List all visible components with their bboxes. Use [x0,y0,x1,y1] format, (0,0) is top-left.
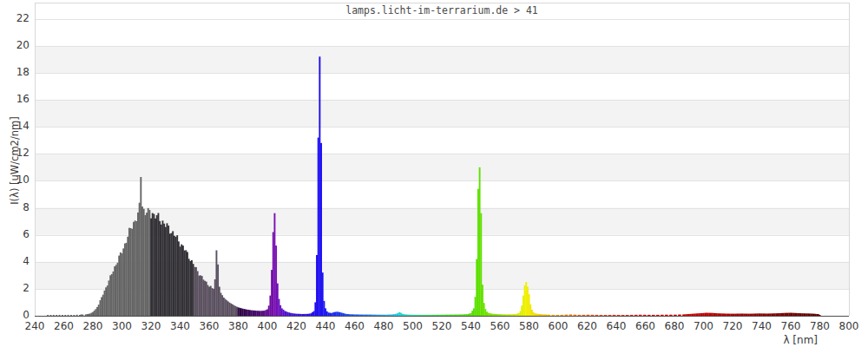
spectrum-bar [194,267,195,316]
spectrum-bar [448,315,450,316]
spectrum-bar [400,313,402,316]
spectrum-bar [482,285,483,316]
spectrum-bar [678,315,680,316]
spectrum-bar [193,264,194,316]
spectrum-bar [131,229,133,316]
spectrum-bar [777,313,779,316]
spectrum-bar [521,305,523,316]
spectrum-bar [608,315,610,316]
spectrum-bar [404,314,406,316]
spectrum-bar [540,314,542,316]
spectrum-bar [385,315,387,316]
spectrum-bar [469,313,470,316]
spectrum-bar [639,315,641,316]
spectrum-bar [226,300,227,316]
spectrum-bar [275,246,277,316]
spectrum-bar [636,315,638,316]
spectrum-bar [551,315,553,316]
spectrum-bar [283,310,285,316]
spectrum-bar [771,313,773,316]
spectrum-bar [255,311,257,316]
spectrum-bar [435,315,437,316]
spectrum-bar [114,266,115,316]
spectrum-bar [733,314,735,316]
spectrum-bar [229,303,231,316]
spectrum-bar [734,314,736,316]
spectrum-bar [533,312,535,316]
spectrum-bar [462,314,464,316]
spectrum-bar [815,314,817,316]
spectrum-bar [262,311,264,316]
spectrum-bar [514,314,516,316]
spectrum-bar [387,315,389,316]
spectrum-bar [473,308,475,316]
spectrum-bar [510,314,511,316]
spectrum-bar [753,314,754,316]
spectrum-bar [338,312,339,316]
spectrum-bar [153,214,155,316]
spectrum-bar [198,276,200,316]
spectrum-bar [294,314,296,316]
spectrum-bar [370,315,372,316]
spectrum-bar [542,314,543,316]
spectrum-bar [578,315,580,316]
spectrum-bar [643,315,645,316]
spectrum-bar [812,314,813,316]
spectrum-bar [645,315,647,316]
spectrum-bar [520,311,522,316]
spectrum-bar [318,138,319,316]
spectrum-bar [725,314,727,316]
spectrum-bar [496,314,498,316]
spectrum-bar [691,314,693,316]
spectrum-bar [140,177,141,316]
spectrum-bar [583,315,585,316]
spectrum-bar [464,314,466,316]
spectrum-bar [161,225,162,316]
spectrum-bar [50,315,52,316]
x-tick-label: 720 [723,320,743,332]
spectrum-bar [113,272,115,316]
spectrum-bar [258,311,260,316]
spectrum-bar [206,282,207,316]
spectrum-bar [700,313,701,316]
spectrum-bar [744,314,746,316]
spectrum-bar [570,314,572,316]
spectrum-bar [207,285,208,316]
spectrum-bar [720,313,722,316]
spectrum-bar [195,267,197,316]
spectrum-bar [439,315,441,316]
spectrum-bar [688,314,690,316]
spectrum-bar [367,315,369,316]
spectrum-bar [365,315,367,316]
spectrum-bar [788,313,790,316]
spectrum-bar [524,285,526,316]
spectrum-bar [404,314,405,316]
spectrum-bar [368,315,370,316]
spectrum-bar [477,189,479,316]
spectrum-bar [434,315,436,316]
spectrum-bar [671,315,673,316]
spectrum-bar [301,314,303,316]
spectrum-bar [575,315,576,316]
spectrum-bar [273,213,275,316]
x-tick-label: 600 [549,320,569,332]
spectrum-bar [296,314,298,316]
spectrum-bar [790,313,792,316]
spectrum-bar [167,223,168,316]
spectrum-bar [396,314,398,316]
x-tick-label: 320 [141,320,161,332]
spectrum-bar [806,313,808,316]
x-tick-label: 640 [607,320,627,332]
spectrum-bar [441,315,443,316]
spectrum-bar [377,315,378,316]
spectrum-bar [596,315,598,316]
spectrum-bar [341,312,343,316]
y-tick-label: 0 [0,309,30,321]
spectrum-bar [740,314,742,316]
spectrum-bar [108,280,110,316]
spectrum-bar [764,313,766,316]
spectrum-bar [525,282,527,316]
spectrum-bar [622,315,624,316]
spectrum-bar [127,237,128,316]
spectrum-bar [424,315,425,316]
